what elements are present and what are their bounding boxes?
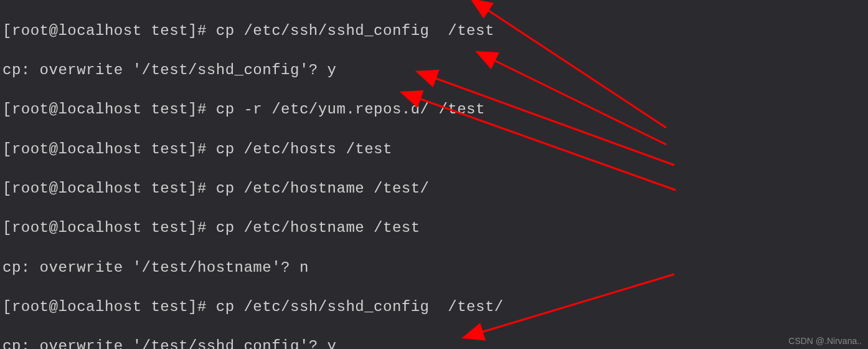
terminal-line: cp: overwrite '/test/sshd_config'? y xyxy=(2,60,866,80)
terminal-line: [root@localhost test]# cp /etc/hostname … xyxy=(2,218,866,238)
terminal-line: [root@localhost test]# cp -r /etc/yum.re… xyxy=(2,100,866,120)
terminal-line: [root@localhost test]# cp /etc/hostname … xyxy=(2,179,866,199)
terminal-output[interactable]: [root@localhost test]# cp /etc/ssh/sshd_… xyxy=(0,0,868,349)
terminal-line: cp: overwrite '/test/sshd_config'? y xyxy=(2,337,866,349)
terminal-line: [root@localhost test]# cp /etc/ssh/sshd_… xyxy=(2,21,866,41)
terminal-line: [root@localhost test]# cp /etc/hosts /te… xyxy=(2,140,866,160)
watermark-text: CSDN @.Nirvana.. xyxy=(788,335,862,347)
terminal-line: [root@localhost test]# cp /etc/ssh/sshd_… xyxy=(2,297,866,317)
terminal-line: cp: overwrite '/test/hostname'? n xyxy=(2,258,866,278)
